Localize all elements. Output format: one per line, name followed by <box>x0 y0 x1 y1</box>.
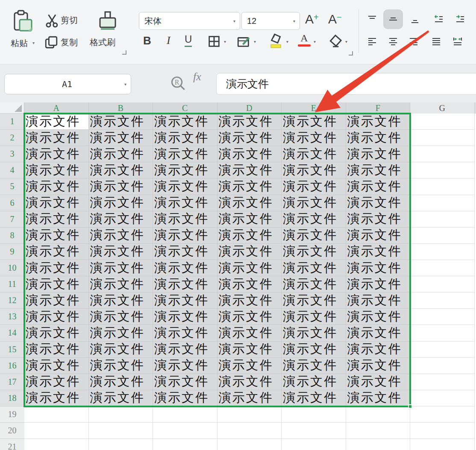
row-header-21[interactable]: 21 <box>0 439 24 450</box>
cell-A5[interactable]: 演示文件 <box>24 178 89 195</box>
cell-B17[interactable]: 演示文件 <box>89 374 153 390</box>
cell-D21[interactable] <box>217 439 282 450</box>
cell-E19[interactable] <box>282 406 346 423</box>
cell-A4[interactable]: 演示文件 <box>24 162 89 178</box>
cell-C5[interactable]: 演示文件 <box>153 178 217 195</box>
cell-C16[interactable]: 演示文件 <box>153 358 217 374</box>
cell-F21[interactable] <box>346 439 411 450</box>
cell-style-dropdown-caret[interactable]: ▾ <box>254 39 256 44</box>
cell-E7[interactable]: 演示文件 <box>282 211 346 228</box>
name-box-caret-icon[interactable]: ▾ <box>124 82 131 87</box>
cell-B6[interactable]: 演示文件 <box>89 195 153 211</box>
cell-F17[interactable]: 演示文件 <box>346 374 411 390</box>
cell-F16[interactable]: 演示文件 <box>346 358 411 374</box>
align-right-icon[interactable] <box>408 37 419 47</box>
increase-font-size-button[interactable]: A+ <box>305 12 319 26</box>
row-header-11[interactable]: 11 <box>0 276 24 292</box>
cell-A9[interactable]: 演示文件 <box>24 244 89 260</box>
cell-F2[interactable]: 演示文件 <box>346 130 411 146</box>
cell-E21[interactable] <box>282 439 346 450</box>
cell-B19[interactable] <box>89 406 153 423</box>
cell-F8[interactable]: 演示文件 <box>346 228 411 244</box>
cell-A17[interactable]: 演示文件 <box>24 374 89 390</box>
cell-A7[interactable]: 演示文件 <box>24 211 89 228</box>
font-color-dropdown-caret[interactable]: ▾ <box>314 39 316 44</box>
cell-F3[interactable]: 演示文件 <box>346 146 411 162</box>
cell-D11[interactable]: 演示文件 <box>217 276 282 292</box>
search-magnifier-icon[interactable]: R <box>170 75 186 92</box>
row-header-4[interactable]: 4 <box>0 162 24 178</box>
cell-F14[interactable]: 演示文件 <box>346 325 411 341</box>
row-header-19[interactable]: 19 <box>0 406 24 423</box>
cell-C10[interactable]: 演示文件 <box>153 260 217 276</box>
cell-G15[interactable] <box>410 342 475 358</box>
cell-D1[interactable]: 演示文件 <box>217 114 282 130</box>
align-top-icon[interactable] <box>367 14 377 24</box>
cell-E18[interactable]: 演示文件 <box>282 390 346 406</box>
cell-C20[interactable] <box>153 423 217 439</box>
cell-C21[interactable] <box>153 439 217 450</box>
cell-F11[interactable]: 演示文件 <box>346 276 411 292</box>
cell-C15[interactable]: 演示文件 <box>153 342 217 358</box>
font-color-icon[interactable]: A <box>298 32 311 47</box>
cell-C1[interactable]: 演示文件 <box>153 114 217 130</box>
cell-B9[interactable]: 演示文件 <box>89 244 153 260</box>
align-bottom-icon[interactable] <box>410 16 420 26</box>
row-header-6[interactable]: 6 <box>0 195 24 211</box>
cell-A11[interactable]: 演示文件 <box>24 276 89 292</box>
cell-C18[interactable]: 演示文件 <box>153 390 217 406</box>
cell-C7[interactable]: 演示文件 <box>153 211 217 228</box>
cell-F13[interactable]: 演示文件 <box>346 309 411 325</box>
cell-A18[interactable]: 演示文件 <box>24 390 89 406</box>
cell-G8[interactable] <box>410 228 475 244</box>
column-header-C[interactable]: C <box>153 102 217 114</box>
cell-G10[interactable] <box>410 260 475 276</box>
paste-dropdown-caret[interactable]: ▾ <box>32 41 35 45</box>
cell-G9[interactable] <box>410 244 475 260</box>
cell-E8[interactable]: 演示文件 <box>282 228 346 244</box>
font-name-select[interactable]: 宋体 ▾ <box>139 12 240 30</box>
cell-E15[interactable]: 演示文件 <box>282 342 346 358</box>
cell-E14[interactable]: 演示文件 <box>282 325 346 341</box>
distribute-text-icon[interactable] <box>452 37 463 47</box>
cell-G16[interactable] <box>410 358 475 374</box>
cell-B15[interactable]: 演示文件 <box>89 342 153 358</box>
cell-F18[interactable]: 演示文件 <box>346 390 411 406</box>
paste-clipboard-icon[interactable] <box>12 9 34 34</box>
cell-D2[interactable]: 演示文件 <box>217 130 282 146</box>
cell-G11[interactable] <box>410 276 475 292</box>
row-header-16[interactable]: 16 <box>0 358 24 374</box>
row-header-15[interactable]: 15 <box>0 342 24 358</box>
column-header-B[interactable]: B <box>89 102 153 114</box>
cell-C9[interactable]: 演示文件 <box>153 244 217 260</box>
cell-B13[interactable]: 演示文件 <box>89 309 153 325</box>
cell-C19[interactable] <box>153 406 217 423</box>
cell-B12[interactable]: 演示文件 <box>89 292 153 309</box>
row-header-1[interactable]: 1 <box>0 114 24 130</box>
align-middle-icon[interactable] <box>388 14 398 24</box>
cell-C8[interactable]: 演示文件 <box>153 228 217 244</box>
cell-G21[interactable] <box>410 439 475 450</box>
cell-D17[interactable]: 演示文件 <box>217 374 282 390</box>
cell-D8[interactable]: 演示文件 <box>217 228 282 244</box>
cell-D7[interactable]: 演示文件 <box>217 211 282 228</box>
cell-E4[interactable]: 演示文件 <box>282 162 346 178</box>
cell-C3[interactable]: 演示文件 <box>153 146 217 162</box>
cell-G19[interactable] <box>410 406 475 423</box>
cell-E13[interactable]: 演示文件 <box>282 309 346 325</box>
cell-A8[interactable]: 演示文件 <box>24 228 89 244</box>
cell-G20[interactable] <box>410 423 475 439</box>
cell-D4[interactable]: 演示文件 <box>217 162 282 178</box>
cell-D16[interactable]: 演示文件 <box>217 358 282 374</box>
cell-F20[interactable] <box>346 423 411 439</box>
cell-E5[interactable]: 演示文件 <box>282 178 346 195</box>
cell-F5[interactable]: 演示文件 <box>346 178 411 195</box>
cell-A15[interactable]: 演示文件 <box>24 342 89 358</box>
cell-D15[interactable]: 演示文件 <box>217 342 282 358</box>
row-header-9[interactable]: 9 <box>0 244 24 260</box>
cell-E9[interactable]: 演示文件 <box>282 244 346 260</box>
fill-color-bucket-icon[interactable] <box>268 32 285 50</box>
cell-E16[interactable]: 演示文件 <box>282 358 346 374</box>
cell-D9[interactable]: 演示文件 <box>217 244 282 260</box>
cell-D12[interactable]: 演示文件 <box>217 292 282 309</box>
